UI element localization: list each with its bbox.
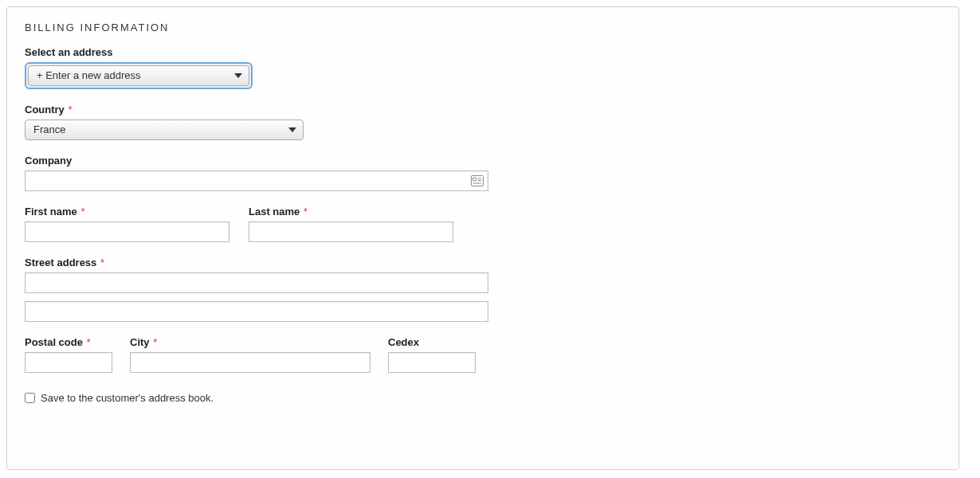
first-name-field: First name *	[25, 206, 229, 242]
company-label: Company	[25, 155, 941, 167]
name-fields: First name * Last name *	[25, 206, 941, 242]
last-name-input[interactable]	[249, 221, 453, 242]
last-name-label-text: Last name	[249, 206, 300, 217]
country-select-value: France	[33, 120, 65, 139]
address-select-label: Select an address	[25, 46, 941, 58]
address-select-focus-ring: + Enter a new address	[25, 62, 253, 89]
company-field: Company	[25, 155, 941, 191]
country-field: Country * France	[25, 104, 941, 140]
cedex-field: Cedex	[388, 336, 476, 373]
section-title: BILLING INFORMATION	[25, 22, 941, 33]
street-field: Street address *	[25, 257, 941, 322]
locality-fields: Postal code * City * Cedex	[25, 336, 941, 373]
billing-panel: BILLING INFORMATION Select an address + …	[6, 6, 959, 470]
save-address-label[interactable]: Save to the customer's address book.	[41, 392, 214, 404]
last-name-label: Last name *	[249, 206, 453, 217]
postal-input[interactable]	[25, 352, 112, 373]
street-line2-input[interactable]	[25, 301, 488, 322]
city-label: City *	[130, 336, 370, 348]
required-mark: *	[68, 104, 72, 116]
chevron-down-icon	[288, 127, 296, 132]
required-mark: *	[153, 336, 157, 348]
chevron-down-icon	[234, 73, 242, 78]
country-select[interactable]: France	[25, 120, 304, 140]
cedex-label: Cedex	[388, 336, 476, 348]
first-name-label: First name *	[25, 206, 229, 217]
postal-field: Postal code *	[25, 336, 112, 373]
postal-label-text: Postal code	[25, 336, 83, 348]
name-row: First name * Last name *	[25, 206, 941, 242]
address-select-field: Select an address + Enter a new address	[25, 46, 941, 89]
required-mark: *	[87, 336, 91, 348]
first-name-input[interactable]	[25, 221, 229, 242]
first-name-label-text: First name	[25, 206, 77, 217]
cedex-input[interactable]	[388, 352, 476, 373]
city-field: City *	[130, 336, 370, 373]
street-label-text: Street address	[25, 257, 96, 268]
save-address-row: Save to the customer's address book.	[25, 392, 941, 404]
address-select-value: + Enter a new address	[37, 66, 140, 85]
postal-label: Postal code *	[25, 336, 112, 348]
last-name-field: Last name *	[249, 206, 453, 242]
required-mark: *	[80, 206, 84, 217]
country-label: Country *	[25, 104, 941, 116]
save-address-checkbox[interactable]	[25, 393, 35, 403]
street-label: Street address *	[25, 257, 941, 268]
country-select-wrapper: France	[25, 120, 941, 140]
city-input[interactable]	[130, 352, 370, 373]
required-mark: *	[304, 206, 308, 217]
country-label-text: Country	[25, 104, 65, 116]
address-select[interactable]: + Enter a new address	[28, 65, 249, 86]
company-input-wrapper	[25, 170, 488, 191]
locality-row: Postal code * City * Cedex	[25, 336, 941, 373]
required-mark: *	[100, 257, 104, 268]
street-line1-input[interactable]	[25, 272, 488, 293]
company-input[interactable]	[25, 170, 488, 191]
city-label-text: City	[130, 336, 150, 348]
